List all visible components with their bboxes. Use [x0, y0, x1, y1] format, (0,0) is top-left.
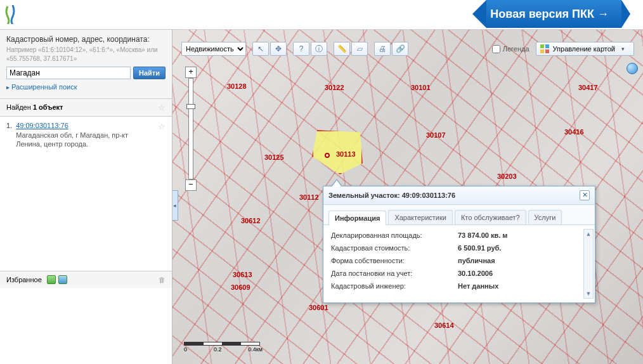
tab-served-by[interactable]: Кто обслуживает?: [455, 210, 526, 224]
info-tool-icon[interactable]: ⓘ: [311, 42, 327, 56]
cadastral-label: 30101: [411, 84, 431, 91]
help-tool-icon[interactable]: ?: [293, 42, 309, 56]
info-value: 6 500.91 руб.: [458, 244, 501, 252]
app-header: ПОРТАЛ УСЛУГ ПУБЛИЧНАЯ КАДАСТРОВАЯ КАРТА…: [0, 0, 643, 30]
legend-toggle[interactable]: Легенда: [492, 45, 529, 53]
layer-control-dropdown[interactable]: Управление картой: [536, 42, 634, 56]
link-icon[interactable]: 🔗: [392, 42, 408, 56]
info-row: Кадастровый инженер:Нет данных: [331, 282, 587, 290]
cadastral-label: 30125: [264, 153, 284, 161]
info-key: Кадастровый инженер:: [331, 282, 458, 290]
info-row: Кадастровая стоимость:6 500.91 руб.: [331, 244, 587, 252]
search-hint: Например «61:6:10104:12», «61:6:*», «Мос…: [6, 46, 166, 63]
scale-bar: 0 0.2 0.4км: [184, 342, 263, 353]
cadastral-label: 30601: [309, 304, 328, 311]
popup-title-id: 49:09:030113:76: [402, 192, 455, 199]
results-fav-icon[interactable]: ☆: [158, 103, 166, 112]
results-count: 1 объект: [33, 103, 63, 111]
overview-globe-icon[interactable]: [627, 63, 638, 74]
print-icon[interactable]: 🖨: [374, 42, 391, 56]
cadastral-label: 30614: [434, 322, 454, 329]
search-input[interactable]: [6, 67, 131, 79]
trash-icon[interactable]: 🗑: [159, 276, 166, 283]
results-header: Найден 1 объект ☆: [0, 99, 172, 117]
measure-line-icon[interactable]: 📏: [334, 42, 350, 56]
cadastral-label: 30416: [564, 128, 584, 136]
cadastral-label: 30128: [227, 82, 247, 90]
map-canvas[interactable]: 3011330416302033061230601306143061330417…: [172, 30, 643, 364]
favorites-label: Избранное: [6, 276, 42, 283]
results-prefix: Найден: [6, 103, 33, 111]
tab-services[interactable]: Услуги: [528, 210, 562, 224]
cadastral-label: 30203: [497, 172, 517, 180]
layers-icon: [540, 44, 549, 53]
search-label: Кадастровый номер, адрес, координата:: [6, 35, 166, 44]
info-value: 30.10.2006: [458, 270, 493, 277]
legend-checkbox[interactable]: [492, 45, 500, 53]
tab-info[interactable]: Информация: [328, 211, 386, 225]
parcel-pin-icon: [325, 153, 330, 158]
cadastral-label: 30613: [233, 271, 252, 278]
advanced-search-link[interactable]: Расширенный поиск: [6, 83, 77, 91]
info-value: публичная: [458, 257, 495, 264]
info-key: Кадастровая стоимость:: [331, 244, 458, 252]
scroll-down-icon[interactable]: ▼: [584, 289, 593, 298]
info-popup: Земельный участок: 49:09:030113:76 ✕ Инф…: [323, 186, 595, 303]
info-key: Форма собственности:: [331, 257, 458, 264]
info-value: Нет данных: [458, 282, 498, 290]
result-desc: Магаданская обл, г Магадан, пр-кт Ленина…: [16, 131, 154, 150]
scale-tick: 0.2: [214, 346, 222, 353]
cadastral-label: 30113: [336, 150, 356, 158]
favorites-panel: Избранное 🗑: [0, 271, 172, 288]
sidebar: Кадастровый номер, адрес, координата: На…: [0, 30, 172, 364]
popup-scrollbar[interactable]: ▲ ▼: [583, 229, 594, 299]
result-number: 1.: [6, 122, 12, 150]
cadastral-label: 30609: [231, 283, 250, 291]
sidebar-collapse-handle[interactable]: [172, 190, 178, 221]
measure-area-icon[interactable]: ▱: [351, 42, 368, 56]
info-row: Форма собственности:публичная: [331, 257, 587, 264]
layer-control-label: Управление картой: [553, 45, 615, 53]
zoom-slider-track[interactable]: [188, 78, 193, 179]
search-panel: Кадастровый номер, адрес, координата: На…: [0, 30, 172, 99]
info-row: Декларированная площадь:73 874.00 кв. м: [331, 231, 587, 239]
zoom-in-button[interactable]: +: [185, 67, 197, 78]
tab-characteristics[interactable]: Характеристики: [388, 210, 453, 224]
zoom-out-button[interactable]: −: [185, 179, 197, 191]
scale-tick: 0.4км: [248, 346, 263, 353]
cadastral-label: 30612: [241, 217, 261, 224]
info-row: Дата постановки на учет:30.10.2006: [331, 270, 587, 277]
scale-tick: 0: [184, 346, 187, 353]
cadastral-label: 30107: [426, 131, 446, 139]
result-item[interactable]: 1. 49:09:030113:76 Магаданская обл, г Ма…: [0, 117, 172, 155]
pointer-tool-icon[interactable]: ↖: [252, 42, 269, 56]
banner-text: Новая версия ПКК →: [486, 0, 621, 28]
info-value: 73 874.00 кв. м: [458, 231, 508, 239]
popup-title-prefix: Земельный участок:: [328, 192, 402, 199]
popup-body: Декларированная площадь:73 874.00 кв. мК…: [323, 225, 595, 302]
pan-tool-icon[interactable]: ✥: [270, 42, 287, 56]
result-id-link[interactable]: 49:09:030113:76: [16, 122, 154, 129]
result-fav-icon[interactable]: ☆: [158, 122, 166, 150]
rosreestr-logo-icon: [5, 5, 18, 24]
info-key: Декларированная площадь:: [331, 231, 458, 239]
popup-tabs: Информация Характеристики Кто обслуживае…: [323, 205, 595, 225]
fav-export-icon[interactable]: [47, 275, 56, 284]
popup-close-button[interactable]: ✕: [580, 190, 590, 200]
scroll-up-icon[interactable]: ▲: [584, 230, 593, 238]
search-button[interactable]: Найти: [133, 67, 166, 79]
cadastral-label: 30417: [578, 84, 598, 91]
zoom-slider-handle[interactable]: [186, 104, 195, 109]
info-key: Дата постановки на учет:: [331, 270, 458, 277]
cadastral-label: 30122: [325, 84, 344, 91]
legend-label: Легенда: [503, 45, 529, 53]
cadastral-label: 30112: [299, 193, 319, 201]
zoom-control: + −: [185, 67, 197, 191]
layer-select[interactable]: Недвижимость: [181, 42, 246, 56]
fav-import-icon[interactable]: [58, 275, 67, 284]
popup-header: Земельный участок: 49:09:030113:76 ✕: [323, 186, 595, 205]
map-toolbar: Недвижимость ↖ ✥ ? ⓘ 📏 ▱ 🖨 🔗 Легенда Упр: [181, 40, 634, 58]
new-version-banner[interactable]: Новая версия ПКК →: [472, 0, 643, 28]
